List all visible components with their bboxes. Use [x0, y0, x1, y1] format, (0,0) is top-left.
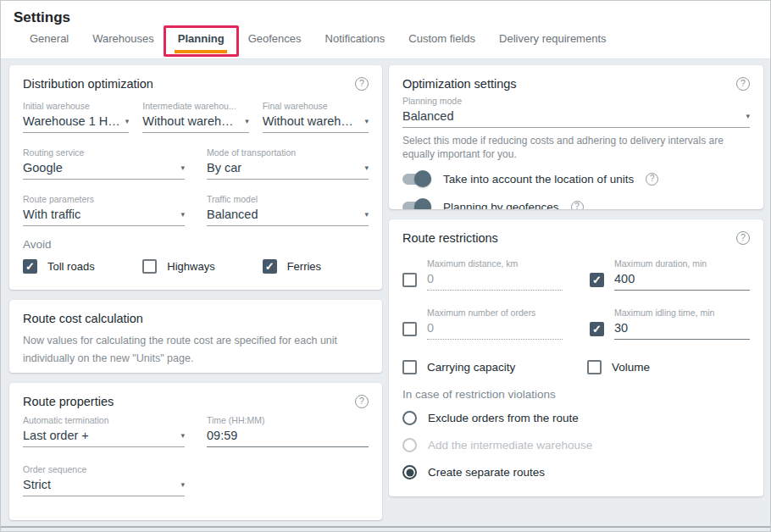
toggle-label: Take into account the location of units: [443, 173, 634, 186]
field-value: 30: [614, 321, 628, 335]
optimization-settings-card: Optimization settings ? Planning mode Ba…: [389, 65, 763, 209]
tab-planning[interactable]: Planning: [166, 24, 236, 56]
carrying-capacity-checkbox[interactable]: ✓ Carrying capacity: [402, 360, 565, 374]
create-separate-routes-radio[interactable]: Create separate routes: [402, 465, 750, 479]
tab-geofences[interactable]: Geofences: [236, 24, 313, 56]
card-title: Route restrictions: [402, 231, 498, 245]
chevron-down-icon: ▾: [180, 431, 185, 440]
left-column: Distribution optimization ? Initial ware…: [9, 65, 382, 530]
tab-label: Geofences: [248, 32, 302, 45]
field-label: Maximum number of orders: [427, 308, 563, 318]
max-duration-checkbox[interactable]: ✓: [590, 273, 604, 287]
help-icon[interactable]: ?: [736, 231, 750, 245]
field-value: 0: [427, 321, 434, 335]
field-value: Last order +: [23, 429, 89, 442]
max-distance-checkbox[interactable]: ✓: [402, 273, 417, 287]
max-idling-checkbox[interactable]: ✓: [590, 322, 604, 336]
mode-of-transportation-select[interactable]: Mode of transportation By car▾: [207, 147, 369, 180]
tab-bar: General Warehouses Planning Geofences No…: [1, 25, 770, 56]
help-icon[interactable]: ?: [355, 395, 369, 408]
tab-label: Notifications: [325, 32, 386, 45]
planning-by-geofences-toggle-row: Planning by geofences ?: [402, 201, 750, 209]
field-label: Maximum distance, km: [427, 258, 563, 269]
help-icon[interactable]: ?: [646, 173, 658, 186]
ferries-checkbox[interactable]: ✓ Ferries: [263, 259, 369, 274]
checkbox: ✓: [587, 360, 602, 374]
tab-warehouses[interactable]: Warehouses: [80, 24, 166, 56]
header: Settings General Warehouses Planning Geo…: [1, 1, 770, 59]
route-cost-description: Now values for calculating the route cos…: [23, 332, 369, 367]
field-value: With traffic: [23, 208, 80, 221]
max-orders-input[interactable]: Maximum number of orders 0: [427, 308, 563, 340]
radio-button: [402, 465, 417, 479]
traffic-model-select[interactable]: Traffic model Balanced▾: [207, 194, 369, 226]
checkbox: ✓: [142, 259, 157, 274]
add-intermediate-warehouse-radio[interactable]: Add the intermediate warehouse: [402, 438, 750, 452]
card-title: Route properties: [23, 395, 114, 408]
units-location-toggle[interactable]: [402, 174, 431, 185]
route-parameters-select[interactable]: Route parameters With traffic▾: [23, 194, 185, 226]
toggle-label: Planning by geofences: [443, 201, 559, 209]
field-value: Strict: [23, 478, 51, 491]
chevron-down-icon: ▾: [180, 163, 185, 172]
field-value: Balanced: [207, 208, 258, 221]
tab-label: Custom fields: [408, 32, 475, 45]
max-orders-checkbox[interactable]: ✓: [402, 322, 417, 336]
check-icon: ✓: [265, 261, 275, 272]
checkbox-label: Volume: [612, 361, 650, 374]
max-distance-input[interactable]: Maximum distance, km 0: [427, 258, 563, 291]
max-orders-cell: ✓ Maximum number of orders 0: [402, 308, 563, 340]
checkbox: ✓: [402, 360, 417, 374]
field-label: Time (HH:MM): [207, 415, 369, 425]
field-value: 400: [614, 272, 635, 285]
route-cost-calculation-card: Route cost calculation Now values for ca…: [9, 300, 382, 373]
intermediate-warehouse-select[interactable]: Intermediate warehou... Without warehous…: [142, 101, 248, 133]
volume-checkbox[interactable]: ✓ Volume: [587, 360, 750, 374]
max-idling-input[interactable]: Maximum idling time, min 30: [614, 308, 750, 340]
max-duration-cell: ✓ Maximum duration, min 400: [590, 258, 750, 291]
exclude-orders-radio[interactable]: Exclude orders from the route: [402, 411, 750, 425]
toggle-thumb: [414, 198, 431, 209]
tab-general[interactable]: General: [18, 24, 80, 56]
planning-mode-description: Select this mode if reducing costs and a…: [402, 134, 750, 161]
route-restrictions-card: Route restrictions ? ✓ Maximum distance,…: [389, 219, 763, 496]
field-label: Intermediate warehou...: [142, 101, 248, 111]
help-icon[interactable]: ?: [736, 77, 750, 91]
check-icon: ✓: [25, 261, 35, 272]
chevron-down-icon: ▾: [180, 480, 185, 489]
toll-roads-checkbox[interactable]: ✓ Toll roads: [23, 259, 129, 274]
violations-section-label: In case of restriction violations: [402, 388, 750, 401]
highways-checkbox[interactable]: ✓ Highways: [142, 259, 248, 274]
card-title: Distribution optimization: [23, 77, 153, 91]
planning-by-geofences-toggle[interactable]: [402, 202, 431, 209]
chevron-down-icon: ▾: [364, 163, 369, 172]
radio-label: Exclude orders from the route: [428, 412, 579, 424]
chevron-down-icon: ▾: [364, 210, 369, 219]
radio-label: Create separate routes: [428, 466, 545, 479]
max-duration-input[interactable]: Maximum duration, min 400: [614, 258, 750, 291]
checkbox: ✓: [23, 259, 37, 274]
field-label: Order sequence: [23, 464, 185, 474]
field-value: 0: [427, 272, 434, 285]
planning-mode-select[interactable]: Planning mode Balanced▾: [402, 96, 750, 128]
help-icon[interactable]: ?: [355, 77, 369, 91]
right-column: Optimization settings ? Planning mode Ba…: [389, 65, 763, 507]
routing-service-select[interactable]: Routing service Google▾: [23, 147, 185, 180]
checkbox-label: Ferries: [287, 260, 321, 273]
final-warehouse-select[interactable]: Final warehouse Without warehouses▾: [263, 101, 369, 133]
tab-delivery-requirements[interactable]: Delivery requirements: [487, 24, 618, 56]
field-value: Without warehouses: [263, 114, 360, 128]
automatic-termination-select[interactable]: Automatic termination Last order +▾: [23, 415, 185, 447]
tab-label: Planning: [178, 32, 225, 45]
field-value: By car: [207, 161, 241, 175]
field-label: Final warehouse: [263, 101, 369, 111]
time-input[interactable]: Time (HH:MM) 09:59: [207, 415, 369, 447]
help-icon[interactable]: ?: [571, 201, 584, 209]
tab-label: Warehouses: [92, 32, 154, 45]
tab-notifications[interactable]: Notifications: [313, 24, 397, 56]
card-title: Optimization settings: [402, 77, 517, 91]
tab-custom-fields[interactable]: Custom fields: [397, 24, 487, 56]
order-sequence-select[interactable]: Order sequence Strict▾: [23, 464, 185, 496]
initial-warehouse-select[interactable]: Initial warehouse Warehouse 1 Hann...▾: [23, 101, 129, 133]
radio-button: [402, 438, 417, 452]
